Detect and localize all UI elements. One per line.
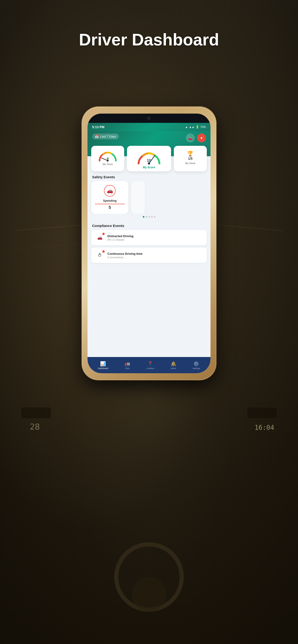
my-score-card[interactable]: 10 My Score <box>127 146 171 171</box>
wifi-icon: ▲ <box>185 126 188 129</box>
bottom-nav: 📊 Dashboard 🚛 Trips 📍 Location 🔔 Alerts … <box>88 357 210 373</box>
phone-top-bar <box>88 114 210 123</box>
phone-inner: 5:13 PM ▲ ▲▲ 🔋 70% 📅 Last 7 Days 🚗 <box>88 114 210 373</box>
timer-icon: ⏱ <box>98 253 102 258</box>
distracted-driving-detail: 0% | 2 minutes <box>107 238 203 241</box>
trophy-icon: 🏆 <box>187 151 193 157</box>
phone-frame: 5:13 PM ▲ ▲▲ 🔋 70% 📅 Last 7 Days 🚗 <box>82 107 216 380</box>
my-team-card[interactable]: 4 My Team <box>91 146 124 171</box>
dot-3 <box>148 216 150 218</box>
app-screen: 5:13 PM ▲ ▲▲ 🔋 70% 📅 Last 7 Days 🚗 <box>88 123 210 373</box>
events-carousel: 🚗 Speeding 5 <box>88 181 210 214</box>
speeding-event-name: Speeding <box>103 199 117 202</box>
status-bar: 5:13 PM ▲ ▲▲ 🔋 70% <box>88 123 210 131</box>
nav-location[interactable]: 📍 Location <box>146 361 154 370</box>
status-time: 5:13 PM <box>92 125 104 129</box>
date-filter-label: Last 7 Days <box>100 135 116 138</box>
team-gauge: 4 <box>97 149 118 162</box>
dashboard-nav-label: Dashboard <box>98 367 108 370</box>
continuous-driving-item[interactable]: ⏱ Continuous Driving time 2 occurrences <box>91 248 207 263</box>
alerts-nav-icon: 🔔 <box>171 361 176 366</box>
record-icon: ● <box>200 136 203 140</box>
dashboard-nav-icon: 📊 <box>100 361 106 366</box>
svg-text:4: 4 <box>107 157 109 160</box>
compliance-events-header: Compliance Events <box>88 220 210 230</box>
speeding-event-card[interactable]: 🚗 Speeding 5 <box>91 181 128 214</box>
distracted-driving-icon: 🚗 <box>95 233 105 242</box>
date-filter[interactable]: 📅 Last 7 Days <box>92 134 119 139</box>
alerts-nav-label: Alerts <box>171 367 176 370</box>
warning-badge-1 <box>102 232 105 236</box>
car-warning-icon: 🚗 <box>97 235 102 240</box>
speeding-icon: 🚗 <box>107 188 113 194</box>
car-status-button[interactable]: 🚗 <box>186 134 195 142</box>
header-actions: 🚗 ● <box>186 134 206 142</box>
dot-4 <box>151 216 153 218</box>
svg-text:10: 10 <box>147 158 151 162</box>
rank-display: 🏆 1/5 <box>187 149 193 162</box>
continuous-driving-name: Continuous Driving time <box>107 252 203 256</box>
distracted-driving-item[interactable]: 🚗 Distracted Driving 0% | 2 minutes <box>91 230 207 245</box>
distracted-driving-name: Distracted Driving <box>107 234 203 238</box>
continuous-driving-icon: ⏱ <box>95 250 105 260</box>
trips-nav-label: Trips <box>125 367 130 370</box>
page-title: Driver Dashboard <box>79 30 219 49</box>
rank-label: My Rank <box>185 162 195 164</box>
location-nav-icon: 📍 <box>147 361 153 366</box>
safety-events-header: Safety Events <box>88 171 210 181</box>
battery-icon: 🔋 <box>196 126 199 129</box>
settings-nav-icon: ⚙️ <box>193 361 199 366</box>
speeding-icon-wrap: 🚗 <box>104 185 116 196</box>
my-score-gauge: 10 <box>136 149 162 165</box>
distracted-driving-info: Distracted Driving 0% | 2 minutes <box>107 234 203 241</box>
dot-5 <box>154 216 155 218</box>
score-section: 4 My Team <box>88 146 210 171</box>
my-score-label: My Score <box>143 166 155 169</box>
battery-percent: 70% <box>200 126 206 129</box>
carousel-dots <box>88 214 210 220</box>
nav-alerts[interactable]: 🔔 Alerts <box>171 361 176 370</box>
calendar-icon: 📅 <box>95 135 99 138</box>
nav-dashboard[interactable]: 📊 Dashboard <box>98 361 108 370</box>
trips-nav-icon: 🚛 <box>124 361 130 366</box>
team-label: My Team <box>103 163 113 166</box>
speeding-event-count: 5 <box>95 204 125 210</box>
continuous-driving-detail: 2 occurrences <box>107 256 203 259</box>
my-rank-card[interactable]: 🏆 1/5 My Rank <box>174 146 207 171</box>
signal-icon: ▲▲ <box>189 126 194 129</box>
settings-nav-label: Settings <box>193 367 200 370</box>
continuous-driving-info: Continuous Driving time 2 occurrences <box>107 252 203 259</box>
warning-badge-2 <box>102 250 105 253</box>
status-icons: ▲ ▲▲ 🔋 70% <box>185 126 206 129</box>
nav-settings[interactable]: ⚙️ Settings <box>193 361 200 370</box>
car-icon: 🚗 <box>188 136 193 140</box>
compliance-list: 🚗 Distracted Driving 0% | 2 minutes ⏱ <box>88 230 210 263</box>
dot-2 <box>146 216 147 218</box>
dot-1 <box>143 216 144 218</box>
content-area: Safety Events 🚗 Speeding 5 <box>88 171 210 373</box>
rank-number: 1/5 <box>188 157 192 160</box>
nav-trips[interactable]: 🚛 Trips <box>124 361 130 370</box>
record-button[interactable]: ● <box>197 134 206 142</box>
next-event-card-partial <box>131 181 145 214</box>
phone-camera <box>147 116 151 120</box>
svg-point-4 <box>148 162 150 164</box>
location-nav-label: Location <box>146 367 154 370</box>
